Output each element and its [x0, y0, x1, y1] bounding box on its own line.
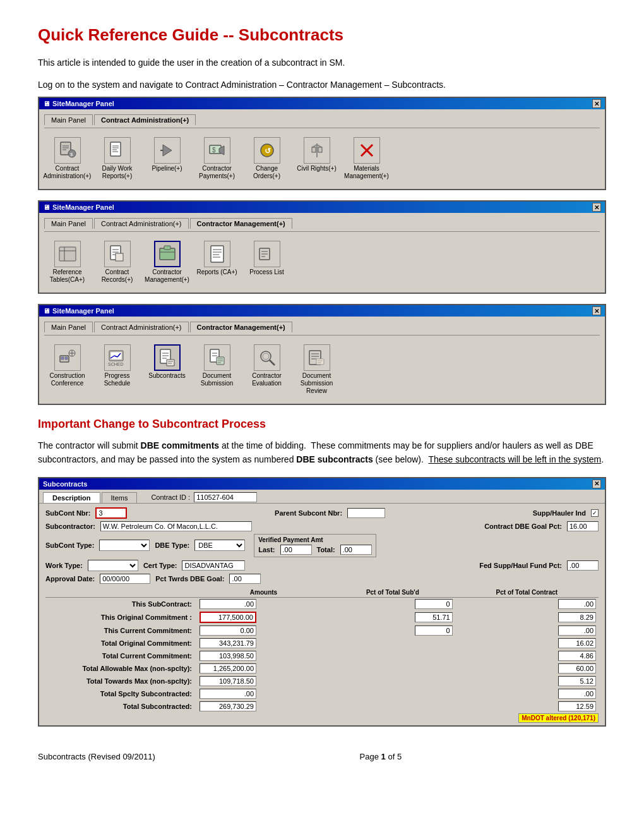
svg-rect-74 — [316, 359, 324, 365]
amounts-pct-contract-input-3[interactable] — [558, 638, 596, 648]
amounts-row-amount-7[interactable] — [197, 687, 330, 700]
panel-1-icon-changeorders[interactable]: ↺ Change Orders(+) — [246, 137, 287, 180]
amounts-row-amount-1[interactable] — [197, 610, 330, 624]
amounts-pct-contract-6[interactable] — [455, 675, 599, 687]
panel-1-close[interactable]: ✕ — [592, 99, 601, 108]
sub-tabs-row: Description Items Contract ID : — [39, 490, 605, 504]
panel-3-icon-construction[interactable]: Construction Conference — [47, 344, 88, 395]
amounts-row-amount-3[interactable] — [197, 637, 330, 650]
panel-1-icon-payments[interactable]: $ Contractor Payments(+) — [196, 137, 237, 180]
amounts-pct-contract-input-5[interactable] — [558, 663, 596, 674]
panel-2-icon-reftables[interactable]: Reference Tables(CA+) — [47, 241, 88, 284]
panel-3-tab-cm[interactable]: Contractor Management(+) — [190, 322, 292, 332]
panel-3-tab-ca[interactable]: Contract Administration(+) — [94, 322, 188, 332]
amounts-row-amount-5[interactable] — [197, 662, 330, 675]
subcont-nbr-input[interactable] — [95, 507, 127, 519]
panel-2-tab-ca[interactable]: Contract Administration(+) — [94, 218, 188, 229]
amounts-pct-sub-input-1[interactable] — [415, 612, 453, 622]
panel-2-close[interactable]: ✕ — [592, 203, 601, 212]
cert-type-input[interactable] — [182, 560, 245, 571]
amounts-pct-contract-input-1[interactable] — [558, 612, 596, 622]
amounts-row-amount-2[interactable] — [197, 624, 330, 637]
amounts-pct-contract-input-0[interactable] — [558, 599, 596, 609]
panel-1-dailywork-icon — [104, 137, 131, 164]
sitemanager-panel-3: 🖥 SiteManager Panel ✕ Main Panel Contrac… — [38, 304, 606, 405]
amounts-row-amount-6[interactable] — [197, 675, 330, 687]
amounts-pct-sub-input-0[interactable] — [415, 599, 453, 609]
amounts-input-6[interactable] — [200, 676, 256, 686]
subcont-type-select[interactable] — [99, 540, 150, 551]
amounts-pct-contract-1[interactable] — [455, 610, 599, 624]
panel-1-icon-pipeline[interactable]: Pipeline(+) — [146, 137, 188, 180]
amounts-row-amount-0[interactable] — [197, 597, 330, 610]
amounts-row-amount-8[interactable] — [197, 700, 330, 713]
panel-3-icon-contractoreval[interactable]: Contractor Evaluation — [246, 344, 287, 395]
amounts-pct-contract-input-8[interactable] — [558, 701, 596, 711]
panel-1-tab-ca[interactable]: Contract Administration(+) — [94, 114, 196, 125]
amounts-pct-sub-input-2[interactable] — [415, 626, 453, 636]
panel-2-icon-contractormgmt[interactable]: Contractor Management(+) — [146, 241, 188, 284]
panel-2-icon-contractrec[interactable]: Contract Records(+) — [97, 241, 138, 284]
panel-2-tab-main[interactable]: Main Panel — [44, 218, 93, 229]
amounts-input-1[interactable] — [200, 612, 256, 623]
amounts-input-7[interactable] — [200, 689, 256, 699]
amounts-pct-contract-7[interactable] — [455, 687, 599, 700]
amounts-pct-contract-3[interactable] — [455, 637, 599, 650]
panel-1-icon-contract[interactable]: $ Contract Administration(+) — [47, 137, 88, 180]
amounts-row-amount-4[interactable] — [197, 650, 330, 662]
amounts-row-2: This Current Commitment: — [45, 624, 599, 637]
approval-date-input[interactable] — [100, 574, 150, 584]
amounts-input-3[interactable] — [200, 638, 256, 648]
panel-3-icon-subcontracts[interactable]: Subcontracts — [146, 344, 188, 395]
panel-1-icon-materials[interactable]: Materials Management(+) — [346, 137, 387, 180]
amounts-input-4[interactable] — [200, 651, 256, 661]
fed-supp-label: Fed Supp/Haul Fund Pct: — [479, 562, 562, 569]
amounts-pct-contract-5[interactable] — [455, 662, 599, 675]
amounts-input-2[interactable] — [200, 626, 256, 636]
supp-hauler-checkbox[interactable]: ✓ — [591, 509, 599, 517]
amounts-row-label-7: Total Spclty Subcontracted: — [45, 687, 197, 700]
parent-subcont-input[interactable] — [347, 508, 385, 518]
amounts-pct-contract-input-6[interactable] — [558, 676, 596, 686]
amounts-pct-contract-0[interactable] — [455, 597, 599, 610]
amounts-pct-contract-input-4[interactable] — [558, 651, 596, 661]
amounts-pct-contract-input-7[interactable] — [558, 689, 596, 699]
cert-type-label: Cert Type: — [143, 562, 177, 569]
pct-twrds-input[interactable] — [229, 574, 261, 584]
dbe-subcontracts-bold: DBE subcontracts — [296, 454, 373, 464]
amounts-input-5[interactable] — [200, 663, 256, 674]
contract-dbe-input[interactable] — [567, 521, 599, 531]
sub-tab-description[interactable]: Description — [43, 492, 100, 503]
amounts-pct-contract-4[interactable] — [455, 650, 599, 662]
panel-3-icon-docsubmission[interactable]: Document Submission — [196, 344, 237, 395]
amounts-row-label-4: Total Current Commitment: — [45, 650, 197, 662]
panel-2-icon-reports[interactable]: Reports (CA+) — [196, 241, 237, 284]
amounts-pct-contract-input-2[interactable] — [558, 626, 596, 636]
dbe-type-select[interactable]: DBE — [194, 540, 245, 551]
panel-2-icon-processlist[interactable]: Process List — [246, 241, 287, 284]
panel-2-tab-cm[interactable]: Contractor Management(+) — [190, 218, 292, 229]
sub-tab-items[interactable]: Items — [102, 492, 138, 503]
amounts-pct-contract-2[interactable] — [455, 624, 599, 637]
fed-supp-input[interactable] — [567, 560, 599, 571]
panel-1-icon-civilrights[interactable]: Civil Rights(+) — [296, 137, 337, 180]
work-type-select[interactable] — [88, 560, 138, 571]
subcontractor-input[interactable] — [100, 521, 252, 531]
last-input[interactable] — [280, 545, 312, 555]
panel-1-icon-dailywork[interactable]: Daily Work Reports(+) — [97, 137, 138, 180]
panel-1-body: Main Panel Contract Administration(+) $ … — [39, 109, 605, 189]
contract-id-input[interactable] — [194, 492, 257, 502]
amounts-input-0[interactable] — [200, 599, 256, 609]
amounts-input-8[interactable] — [200, 701, 256, 711]
panel-3-icon-progress[interactable]: SCHED Progress Schedule — [97, 344, 138, 395]
amounts-pct-contract-8[interactable] — [455, 700, 599, 713]
panel-3-icon-docreview[interactable]: Document Submission Review — [296, 344, 337, 395]
panel-3-tab-main[interactable]: Main Panel — [44, 322, 93, 332]
sub-contract-id-row: Contract ID : — [138, 492, 601, 503]
panel-3-close[interactable]: ✕ — [592, 306, 601, 315]
panel-1-civilrights-icon — [304, 137, 330, 164]
page-title: Quick Reference Guide -- Subcontracts — [38, 25, 606, 45]
total-input[interactable] — [340, 545, 372, 555]
panel-1-tab-main[interactable]: Main Panel — [44, 114, 93, 125]
sub-close[interactable]: ✕ — [592, 480, 601, 488]
